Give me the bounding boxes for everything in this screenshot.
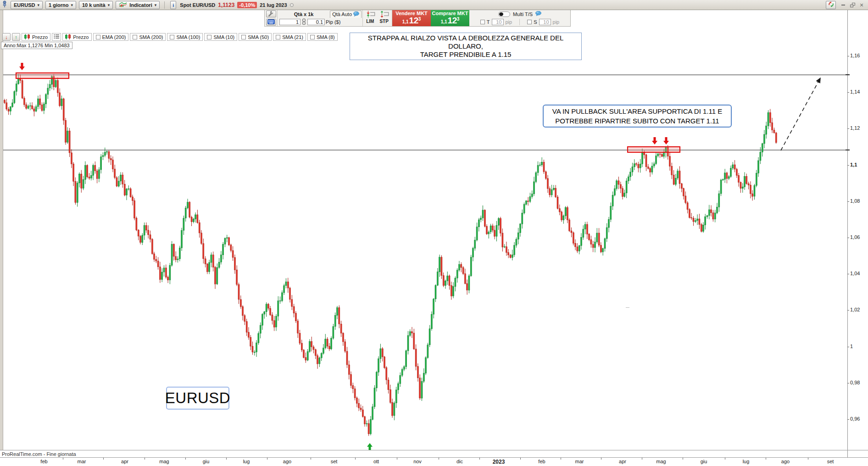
price-tick [847,128,849,129]
buy-market-button[interactable]: Comprare MKT 1,1123 [431,10,469,26]
legend-item-label: SMA (100) [176,34,200,40]
time-tick [479,458,480,460]
indicators-chart-icon [119,1,127,8]
year-range-label: Anno:Max 1,1276 Min 1,0483 [1,42,72,49]
legend-item-ema-200-[interactable]: EMA (200) [93,33,129,41]
legend-item-sma-50-[interactable]: SMA (50) [239,33,272,41]
status-ring-icon [290,3,294,7]
time-tick [683,458,683,460]
legend-item-price-1[interactable]: Prezzo [22,33,50,41]
price-axis-line [847,10,848,457]
take-profit-input[interactable]: 10 [492,19,504,25]
scroll-up-button[interactable]: ↑ [12,33,20,41]
support-axis-tick [846,150,850,150]
time-tick-label: feb [40,459,47,464]
ma-checkbox[interactable] [276,35,280,39]
price-tick-label: 0,98 [850,380,860,385]
take-profit-label: T [487,19,490,25]
left-border-strip [0,10,3,450]
analysis-note-pullback[interactable]: VA IN PULLBACK SULL'AREA SUPPORTICA DI 1… [543,105,732,128]
price-tick-label: 1,1 [850,162,857,167]
pip-size-input[interactable]: 0.1 [307,19,325,25]
price-tick-label: 1,02 [850,307,860,312]
time-tick-label: set [827,459,834,464]
timeframe-dropdown[interactable]: 1 giorno ▾ [45,1,76,9]
price-tick [847,165,849,166]
spot-price: 1,1123 [218,2,234,8]
symbol-text-box[interactable]: EURUSD [166,387,229,410]
stp-label[interactable]: STP [379,19,388,26]
time-tick-label: lug [243,459,250,464]
close-button[interactable]: × [858,2,865,8]
indicators-dropdown-label: Indicatori [129,2,152,8]
quantity-input[interactable]: 1 [279,19,300,25]
top-toolbar: EURUSD ▾ 1 giorno ▾ 10 k unità ▾ Indicat… [0,0,868,10]
price-tick-label: 1 [850,344,853,349]
sell-market-button[interactable]: Vendere MKT 1,1123 [392,10,431,26]
time-tick [397,458,397,460]
stop-order-icon[interactable] [380,11,389,19]
info-button[interactable]: i [170,1,176,9]
legend-item-sma-10-[interactable]: SMA (10) [204,33,237,41]
pin-icon[interactable] [2,0,8,10]
link-icon[interactable] [301,18,306,26]
timeframe-dropdown-label: 1 giorno [49,2,68,8]
time-tick [103,458,104,460]
time-tick [766,458,766,460]
time-tick-label: mag [159,459,169,464]
ma-checkbox[interactable] [241,35,246,39]
stop-loss-unit: pip [553,19,560,25]
pip-unit-label: Pip ($) [326,19,340,25]
time-tick-label: ago [283,459,291,464]
ma-checkbox[interactable] [170,35,174,39]
refresh-button[interactable] [826,1,836,9]
candlestick-chart[interactable] [0,0,868,466]
plot-bottom-line [0,450,868,450]
lim-label[interactable]: LIM [366,19,374,26]
time-tick-label: lug [743,459,750,464]
minimize-button[interactable] [840,2,847,8]
legend-item-sma-200-[interactable]: SMA (200) [130,33,166,41]
analysis-note-breakout[interactable]: STRAPPA AL RIALZO VISTA LA DEBOLEZZA GEN… [350,33,582,60]
legend-item-sma-100-[interactable]: SMA (100) [167,33,203,41]
help-bubble-icon[interactable] [353,11,359,17]
quantity-auto-tab[interactable]: Qtà Auto [330,11,362,18]
legend-item-sma-8-[interactable]: SMA (8) [307,33,338,41]
price-tick [847,383,849,383]
price-tick-label: 1,16 [850,53,860,58]
ma-checkbox[interactable] [133,35,137,39]
chevron-down-icon: ▾ [155,3,157,7]
ma-checkbox[interactable] [310,35,315,39]
time-tick-label: set [331,459,338,464]
ma-checkbox[interactable] [96,35,100,39]
time-tick-label: apr [619,459,626,464]
minimize-icon [841,5,845,6]
time-tick [520,458,521,460]
restore-button[interactable] [849,2,856,8]
symbol-dropdown[interactable]: EURUSD ▾ [11,1,43,9]
stop-loss-checkbox[interactable] [527,20,532,24]
indicators-dropdown[interactable]: Indicatori ▾ [116,1,160,9]
multi-ts-label: Multi T/S [513,11,533,17]
time-tick-label: apr [121,459,128,464]
quantity-auto-label: Qtà Auto [332,11,352,17]
note-line: POTREBBE RIPARTIRE SUBITO CON TARGET 1.1… [545,116,729,126]
take-profit-checkbox[interactable] [480,20,485,24]
legend-list-button[interactable] [52,33,61,41]
units-dropdown[interactable]: 10 k unità ▾ [79,1,113,9]
legend-item-price-2[interactable]: Prezzo [62,33,91,41]
time-tick [561,458,561,460]
ma-checkbox[interactable] [207,35,211,39]
arrow-down-icon: ↓ [5,34,8,40]
multi-ts-toggle[interactable] [498,11,510,17]
buy-price: 1,1123 [441,17,460,26]
stop-loss-input[interactable]: 10 [539,19,551,25]
note-line: TARGET PRENDIBILE A 1.15 [352,50,579,59]
scroll-down-button[interactable]: ↓ [2,33,11,41]
legend-item-sma-21-[interactable]: SMA (21) [273,33,306,41]
keyboard-button[interactable] [266,19,276,26]
help-bubble-icon[interactable] [535,11,541,17]
limit-order-icon[interactable] [366,11,375,19]
close-icon: × [860,1,863,9]
settings-button[interactable] [266,11,276,17]
